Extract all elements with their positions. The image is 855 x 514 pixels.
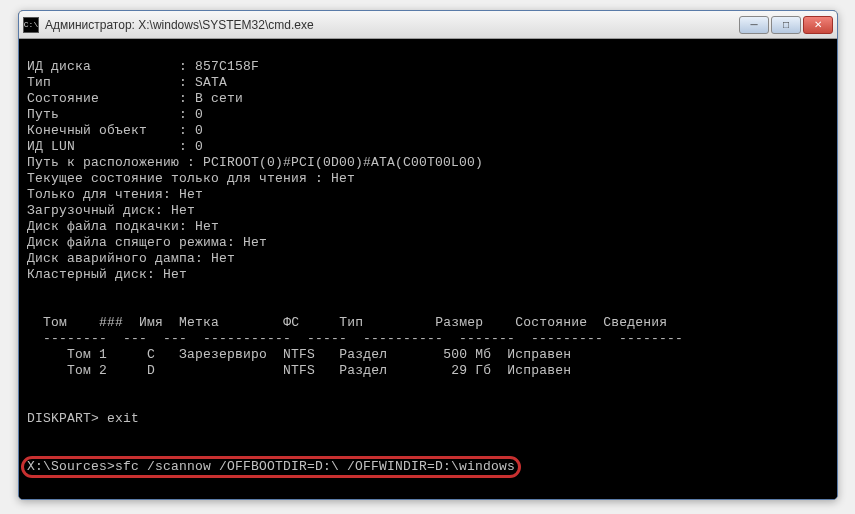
info-line: Диск файла спящего режима: Нет [27,235,267,250]
info-line: Кластерный диск: Нет [27,267,187,282]
info-line: Диск аварийного дампа: Нет [27,251,235,266]
maximize-button[interactable]: □ [771,16,801,34]
minimize-button[interactable]: ─ [739,16,769,34]
table-row: Том 1 C Зарезервиро NTFS Раздел 500 Мб И… [27,347,571,362]
command-prompt-window: C:\ Администратор: X:\windows\SYSTEM32\c… [18,10,838,500]
window-controls: ─ □ ✕ [739,16,833,34]
info-line: Тип : SATA [27,75,227,90]
info-line: Конечный объект : 0 [27,123,203,138]
blank-line [27,427,829,443]
titlebar: C:\ Администратор: X:\windows\SYSTEM32\c… [19,11,837,39]
info-line: Путь к расположению : PCIROOT(0)#PCI(0D0… [27,155,483,170]
info-line: Диск файла подкачки: Нет [27,219,219,234]
cmd-icon: C:\ [23,17,39,33]
window-title: Администратор: X:\windows\SYSTEM32\cmd.e… [45,18,739,32]
table-row: Том 2 D NTFS Раздел 29 Гб Исправен [27,363,571,378]
info-line: ИД LUN : 0 [27,139,203,154]
info-line: Загрузочный диск: Нет [27,203,195,218]
table-header: Том ### Имя Метка ФС Тип Размер Состояни… [27,315,667,330]
info-line: Путь : 0 [27,107,203,122]
info-line: Состояние : В сети [27,91,243,106]
blank-line [27,475,829,491]
diskpart-exit-line: DISKPART> exit [27,411,139,426]
terminal-output[interactable]: ИД диска : 857C158F Тип : SATA Состояние… [19,39,837,499]
blank-line [27,379,829,395]
close-button[interactable]: ✕ [803,16,833,34]
blank-line [27,283,829,299]
sfc-command-line: X:\Sources>sfc /scannow /OFFBOOTDIR=D:\ … [27,459,515,475]
table-divider: -------- --- --- ----------- ----- -----… [27,331,683,346]
info-line: ИД диска : 857C158F [27,59,259,74]
info-line: Только для чтения: Нет [27,187,203,202]
info-line: Текущее состояние только для чтения : Не… [27,171,355,186]
